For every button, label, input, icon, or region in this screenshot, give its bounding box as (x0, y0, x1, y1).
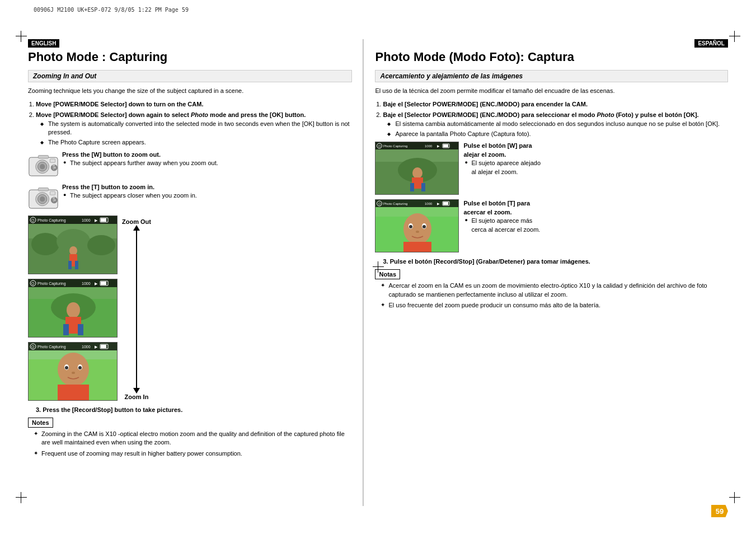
english-note1: Zooming in the CAM is X10 -optical elect… (34, 430, 352, 447)
zoom-arrow-area: Zoom Out Zoom In (122, 216, 151, 403)
english-title: Photo Mode : Capturing (28, 50, 352, 64)
svg-rect-47 (101, 282, 106, 285)
english-step2-bullet2: The Photo Capture screen appears. (48, 138, 352, 147)
svg-text:Photo Capturing: Photo Capturing (383, 202, 407, 205)
zoom-arrow-graphic (133, 225, 140, 394)
english-step1-text: Move [POWER/MODE Selector] down to turn … (36, 101, 203, 107)
spanish-photo-w: O Photo Capturing 1000 ▶ (375, 142, 459, 195)
svg-text:Photo Capturing: Photo Capturing (37, 282, 66, 286)
spanish-notes-label: Notas (375, 269, 400, 279)
arrow-head-down (133, 388, 140, 394)
spanish-photo-t: O Photo Capturing 1000 ▶ (375, 199, 459, 252)
spanish-photos-instructions: O Photo Capturing 1000 ▶ (375, 142, 728, 255)
reg-mark-tr (729, 31, 740, 42)
english-step2-text: Move [POWER/MODE Selector] down again to… (36, 111, 306, 118)
svg-rect-79 (443, 144, 448, 147)
w-button-bullet: The subject appears further away when yo… (70, 159, 218, 167)
spanish-note2: El uso frecuente del zoom puede producir… (381, 301, 728, 310)
t-button-bullet: The subject appears closer when you zoom… (70, 191, 197, 200)
svg-rect-85 (421, 183, 425, 191)
svg-text:1000: 1000 (82, 345, 91, 349)
spanish-t-button-label: Pulse el botón [T] para acercar el zoom. (463, 199, 542, 217)
arrow-head-up (133, 225, 140, 231)
spanish-title: Photo Mode (Modo Foto): Captura (375, 50, 728, 64)
svg-rect-70 (58, 385, 89, 401)
svg-point-82 (412, 167, 422, 179)
svg-rect-15 (50, 191, 55, 195)
spanish-t-bullets: El sujeto aparece más cerca al acercar e… (471, 217, 542, 234)
svg-point-35 (69, 246, 77, 255)
spanish-notes-list: Acercar el zoom en la CAM es un zoom de … (381, 282, 728, 310)
w-button-instruction: W T OK Press the [W] button to zoom out.… (28, 151, 352, 179)
svg-point-64 (58, 353, 89, 386)
svg-text:O: O (31, 345, 35, 349)
svg-rect-37 (68, 261, 72, 269)
svg-point-99 (409, 225, 412, 228)
svg-rect-53 (78, 324, 83, 335)
photo-zoom-in: O Photo Capturing 1000 ▶ (28, 342, 118, 401)
english-steps: Move [POWER/MODE Selector] down to turn … (36, 100, 352, 147)
spanish-step1: Baje el [Selector POWER/MODE] (ENC./MODO… (383, 100, 728, 109)
spanish-photo-w-image: O Photo Capturing 1000 ▶ (375, 142, 459, 195)
svg-point-68 (78, 366, 82, 369)
photo-zoom-out: O Photo Capturing 1000 ▶ (28, 216, 118, 274)
t-button-bullets: The subject appears closer when you zoom… (70, 191, 197, 200)
svg-point-32 (31, 233, 59, 255)
svg-text:O: O (31, 282, 35, 285)
spanish-t-text: Pulse el botón [T] para acercar el zoom.… (463, 199, 542, 255)
english-section-header: Zooming In and Out (28, 70, 352, 82)
arrow-line (136, 231, 137, 388)
spanish-t-row: O Photo Capturing 1000 ▶ (375, 199, 542, 255)
spanish-photo-t-image: O Photo Capturing 1000 ▶ (375, 200, 459, 252)
svg-point-34 (87, 235, 115, 255)
svg-point-100 (422, 225, 426, 228)
spanish-t-bullet: El sujeto aparece más cerca al acercar e… (471, 217, 542, 234)
page-number: 59 (711, 505, 728, 517)
t-button-label: Press the [T] button to zoom in. (62, 183, 197, 191)
main-content: ENGLISH Photo Mode : Capturing Zooming I… (28, 39, 728, 506)
english-notes-label: Notes (28, 418, 53, 428)
english-step3: 3. Press the [Record/Stop] button to tak… (36, 406, 352, 413)
spanish-note1: Acercar el zoom en la CAM es un zoom de … (381, 282, 728, 299)
zoom-in-label: Zoom In (125, 394, 149, 400)
svg-rect-102 (403, 242, 431, 252)
svg-point-69 (72, 372, 75, 374)
english-notes-list: Zooming in the CAM is X10 -optical elect… (34, 430, 352, 458)
svg-rect-38 (75, 261, 78, 269)
svg-text:O: O (31, 218, 35, 222)
svg-text:O: O (378, 144, 381, 148)
spanish-step2-bullet2: Aparece la pantalla Photo Capture (Captu… (395, 130, 728, 138)
zoom-out-label: Zoom Out (122, 218, 151, 225)
photo-stack-left: O Photo Capturing 1000 ▶ (28, 216, 118, 403)
spanish-w-button-label: Pulse el botón [W] para alejar el zoom. (463, 142, 542, 159)
svg-point-101 (416, 231, 419, 233)
svg-text:Photo Capturing: Photo Capturing (383, 144, 407, 148)
english-step2-bullets: The system is automatically converted in… (48, 120, 352, 147)
svg-text:1000: 1000 (82, 282, 91, 285)
english-step2-bullet1: The system is automatically converted in… (48, 120, 352, 137)
svg-text:1000: 1000 (82, 218, 91, 222)
camera-diagram-w: W T OK (28, 151, 59, 179)
spanish-badge: ESPAÑOL (694, 39, 728, 48)
spanish-step2-bullet1: El sistema cambia automáticamente al mod… (395, 120, 728, 128)
spanish-step2-bullets: El sistema cambia automáticamente al mod… (395, 120, 728, 139)
spanish-step2: Baje el [Selector POWER/MODE] (ENC./MODO… (383, 111, 728, 138)
t-button-text: Press the [T] button to zoom in. The sub… (62, 183, 197, 200)
svg-point-14 (40, 196, 45, 202)
svg-text:▶: ▶ (437, 144, 440, 148)
english-column: ENGLISH Photo Mode : Capturing Zooming I… (28, 39, 364, 506)
spanish-step1-text: Baje el [Selector POWER/MODE] (ENC./MODO… (383, 101, 588, 107)
svg-text:▶: ▶ (437, 202, 440, 205)
w-button-label: Press the [W] button to zoom out. (62, 151, 218, 159)
photo-medium-image: O Photo Capturing 1000 ▶ (29, 279, 118, 338)
spanish-intro: El uso de la técnica del zoom permite mo… (375, 87, 728, 95)
svg-rect-16 (38, 188, 48, 191)
photos-zoom-area: O Photo Capturing 1000 ▶ (28, 216, 352, 403)
spanish-column: ESPAÑOL Photo Mode (Modo Foto): Captura … (364, 39, 728, 506)
svg-rect-94 (443, 202, 448, 205)
spanish-w-text: Pulse el botón [W] para alejar el zoom. … (463, 142, 542, 197)
w-button-text: Press the [W] button to zoom out. The su… (62, 151, 218, 168)
svg-text:1000: 1000 (425, 202, 433, 205)
spanish-step2-text: Baje el [Selector POWER/MODE] (ENC./MODO… (383, 111, 698, 118)
svg-text:Photo Capturing: Photo Capturing (37, 345, 66, 349)
